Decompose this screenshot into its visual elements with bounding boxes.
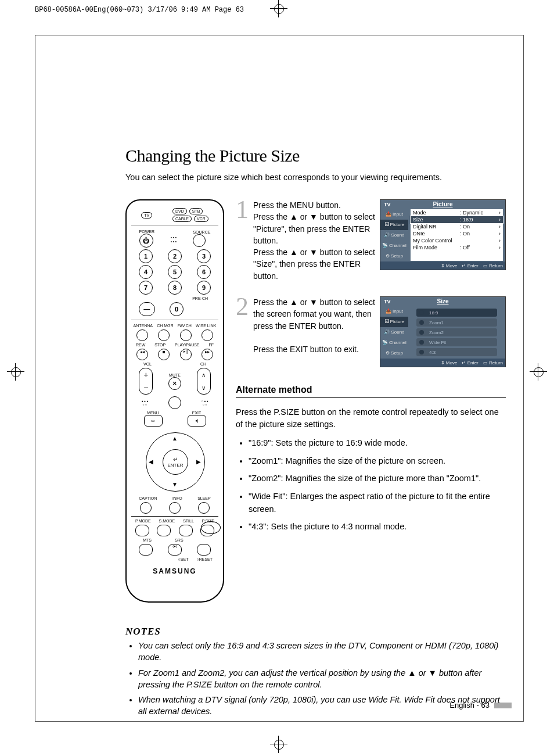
prech-label: PRE-CH [131,296,218,300]
page-title: Changing the Picture Size [125,146,506,166]
osd2-foot-enter: Enter [467,360,479,366]
osd1-side-setup: ⚙ Setup [380,250,408,261]
srs-label: SRS [175,538,183,542]
smode-label: S.MODE [159,519,175,523]
ch-rocker: ∧∨ [197,368,211,395]
dvd-button: DVD [172,208,187,214]
osd1-row: Mode: Dynamic› [411,209,503,216]
smode-button [157,525,171,536]
osd1-foot-enter: Enter [467,263,479,268]
rew-button: ◂◂ [136,349,148,360]
set-label: SET [181,557,189,561]
page-frame: Changing the Picture Size You can select… [35,35,524,722]
enter-button: ↵ENTER [163,449,188,475]
osd1-row: Film Mode: Off› [411,244,503,251]
color-button [168,396,181,409]
num-0: 0 [170,302,184,316]
sleep-label: SLEEP [197,496,211,500]
step-number-2: 2 [236,296,253,317]
osd-picture-menu: TV Picture 📥 Input 🖼 Picture 🔊 Sound 📡 C… [380,199,506,270]
osd-size-menu: TV Size 📥 Input 🖼 Picture 🔊 Sound 📡 Chan… [380,296,506,367]
remote-control-diagram: TV DVD STB CABLE VCR [125,199,224,603]
favch-button [180,329,192,341]
osd2-option: Zoom1 [416,318,497,327]
registration-mark-right [530,363,547,381]
osd1-row: Digital NR: On› [411,223,503,230]
dpad: ▲▼◀▶ ↵ENTER [143,429,207,493]
osd1-side-channel: 📡 Channel [380,240,408,250]
step-text-2: Press the ▲ or ▼ button to select the sc… [253,296,375,355]
pmode-label: P.MODE [135,519,151,523]
osd2-side-sound: 🔊 Sound [380,327,408,338]
sleep-button [198,502,210,514]
chmgr-button [158,329,170,341]
alt-method-item: "16:9": Sets the picture to 16:9 wide mo… [249,436,506,449]
osd1-side-picture: 🖼 Picture [380,220,408,230]
caption-button [140,502,152,514]
pmode-button [135,525,149,536]
alternate-method-list: "16:9": Sets the picture to 16:9 wide mo… [236,436,506,533]
dash-button: — [139,302,155,316]
osd1-row: My Color Control› [411,237,503,244]
num-1: 1 [139,249,153,263]
antenna-label: ANTENNA [134,324,153,328]
alt-method-item: "Zoom1": Magnifies the size of the pictu… [249,454,506,467]
info-button [169,502,181,514]
osd2-side-picture: 🖼 Picture [380,317,408,327]
exit-button: ◂| [188,415,206,427]
wiselink-label: WISE LINK [196,324,216,328]
osd2-side-input: 📥 Input [380,306,408,317]
num-9: 9 [197,281,211,295]
osd2-side-setup: ⚙ Setup [380,347,408,358]
reset-label: RESET [199,557,213,561]
osd2-option: 16:9 [416,309,497,317]
print-header: BP68-00586A-00Eng(060~073) 3/17/06 9:49 … [35,6,244,14]
power-label: POWER [139,230,154,234]
favch-label: FAV.CH [178,324,192,328]
extra-button [197,544,211,556]
num-6: 6 [197,265,211,279]
num-8: 8 [168,281,182,295]
osd2-option: Zoom2 [416,328,497,336]
num-7: 7 [139,281,153,295]
vcr-button: VCR [194,216,208,222]
osd2-title: Size [380,298,505,304]
still-label: STILL [183,519,194,523]
play-label: PLAY/PAUSE [175,343,200,347]
note-item: For Zoom1 and Zoom2, you can adjust the … [138,667,506,691]
stop-label: STOP [154,343,166,347]
alt-method-item: "Zoom2": Magnifies the size of the pictu… [249,472,506,485]
notes-list: You can select only the 16:9 and 4:3 scr… [125,640,506,718]
tv-button: TV [141,212,152,218]
osd1-title: Picture [380,201,505,207]
osd1-row: DNIe: On› [411,230,503,237]
power-button: ⏻ [139,234,153,248]
ch-label: CH [200,362,206,366]
mute-button: ✕ [168,377,181,390]
wiselink-button [202,329,213,341]
alternate-method-intro: Press the P.SIZE button on the remote co… [236,406,506,431]
alt-method-item: "Wide Fit": Enlarges the aspect ratio of… [249,490,506,516]
vol-label: VOL [143,362,152,366]
play-button: ▸|| [180,349,192,360]
page-footer-bar [494,703,512,708]
menu-button: ▭ [144,415,163,427]
mute-label: MUTE [168,373,181,377]
samsung-logo: SAMSUNG [131,567,218,575]
psize-highlight-ellipse [201,521,221,534]
stb-button: STB [189,208,203,214]
exit-label: EXIT [188,411,206,415]
note-item: You can select only the 16:9 and 4:3 scr… [138,640,506,664]
osd2-side-channel: 📡 Channel [380,337,408,347]
menu-label: MENU [144,411,163,415]
osd2-foot-return: Return [489,360,503,366]
ff-label: FF [208,343,214,347]
osd2-foot-move: Move [446,360,458,366]
intro-text: You can select the picture size which be… [125,173,506,182]
registration-mark-bottom [270,736,287,753]
cable-button: CABLE [172,216,192,222]
rew-label: REW [136,343,145,347]
source-label: SOURCE [193,230,210,234]
step-text-1: Press the MENU button. Press the ▲ or ▼ … [253,199,375,282]
num-5: 5 [168,265,182,279]
